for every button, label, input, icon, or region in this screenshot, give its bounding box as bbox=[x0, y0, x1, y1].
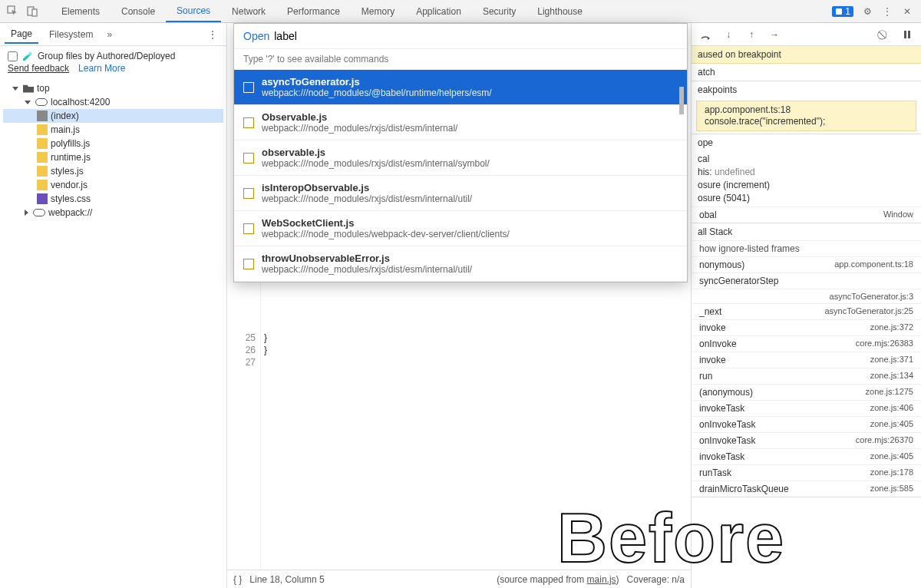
frame-location: core.mjs:26383 bbox=[856, 339, 913, 349]
tree-item[interactable]: vendor.js bbox=[3, 178, 223, 192]
kebab-icon[interactable]: ⋮ bbox=[881, 5, 893, 18]
tab-application[interactable]: Application bbox=[405, 0, 472, 22]
stack-frame[interactable]: asyncToGenerator.js:3 bbox=[692, 289, 921, 303]
step-into-icon[interactable]: ↑ bbox=[745, 28, 758, 41]
group-files-checkbox[interactable] bbox=[8, 51, 18, 61]
scope-global[interactable]: obalWindow bbox=[692, 206, 921, 223]
popup-item-path: webpack:///node_modules/@babel/runtime/h… bbox=[262, 88, 492, 98]
quick-open-input[interactable] bbox=[274, 30, 678, 42]
frame-function: invoke bbox=[699, 322, 726, 333]
close-icon[interactable]: ✕ bbox=[901, 5, 913, 18]
frame-location: zone.js:134 bbox=[870, 371, 913, 382]
frame-function: invokeTask bbox=[699, 403, 744, 414]
more-subtabs[interactable]: » bbox=[107, 29, 112, 40]
stack-frame[interactable]: invokeTaskzone.js:405 bbox=[692, 448, 921, 464]
popup-item[interactable]: isInteropObservable.jswebpack:///node_mo… bbox=[234, 176, 687, 211]
tab-security[interactable]: Security bbox=[472, 0, 527, 22]
tree-item[interactable]: polyfills.js bbox=[3, 137, 223, 150]
frame-location: zone.js:1275 bbox=[866, 387, 913, 398]
frame-function: invoke bbox=[699, 355, 726, 365]
source-map-link[interactable]: main.js bbox=[587, 574, 616, 585]
callstack-section[interactable]: all Stack bbox=[692, 223, 921, 240]
step-over-icon[interactable]: ↓ bbox=[722, 28, 734, 41]
chevron-down-icon bbox=[12, 87, 18, 91]
stack-frame[interactable]: nonymous)app.component.ts:18 bbox=[692, 256, 921, 273]
js-icon bbox=[37, 166, 48, 177]
show-ignored-frames[interactable]: how ignore-listed frames bbox=[692, 240, 921, 256]
popup-item[interactable]: observable.jswebpack:///node_modules/rxj… bbox=[234, 140, 687, 176]
learn-more-link[interactable]: Learn More bbox=[78, 63, 125, 74]
chevron-right-icon bbox=[25, 210, 28, 216]
js-icon bbox=[37, 138, 48, 149]
tree-item[interactable]: styles.js bbox=[3, 164, 223, 178]
popup-item[interactable]: Observable.jswebpack:///node_modules/rxj… bbox=[234, 105, 687, 140]
watch-section[interactable]: atch bbox=[692, 64, 921, 81]
tree-label: styles.css bbox=[51, 193, 91, 204]
filesystem-subtab[interactable]: Filesystem bbox=[43, 26, 99, 43]
stack-frame[interactable]: runzone.js:134 bbox=[692, 368, 921, 384]
stack-frame[interactable]: onInvokecore.mjs:26383 bbox=[692, 335, 921, 352]
frame-location: app.component.ts:18 bbox=[834, 259, 913, 270]
navigator-menu-icon[interactable]: ⋮ bbox=[203, 29, 222, 40]
breakpoint-item[interactable]: app.component.ts:18 console.trace("incre… bbox=[696, 101, 916, 131]
page-subtab[interactable]: Page bbox=[5, 25, 38, 44]
resume-icon[interactable] bbox=[699, 28, 711, 41]
deactivate-breakpoints-icon[interactable]: ⃠ bbox=[878, 28, 890, 41]
popup-item[interactable]: asyncToGenerator.jswebpack:///node_modul… bbox=[234, 70, 687, 105]
popup-item-name: isInteropObservable.js bbox=[262, 182, 472, 193]
code-lines: }} bbox=[264, 332, 267, 356]
popup-item-path: webpack:///node_modules/rxjs/dist/esm/in… bbox=[262, 123, 457, 134]
pretty-print-icon[interactable]: { } bbox=[233, 574, 242, 585]
scope-section[interactable]: ope bbox=[692, 134, 921, 151]
stack-frame[interactable]: onInvokeTaskcore.mjs:26370 bbox=[692, 432, 921, 448]
popup-item[interactable]: throwUnobservableError.jswebpack:///node… bbox=[234, 246, 687, 282]
pause-exceptions-icon[interactable] bbox=[901, 28, 913, 41]
stack-frame[interactable]: onInvokeTaskzone.js:405 bbox=[692, 416, 921, 432]
stack-frame[interactable]: invokeTaskzone.js:406 bbox=[692, 400, 921, 416]
tree-item[interactable]: (index) bbox=[3, 109, 223, 123]
tab-network[interactable]: Network bbox=[221, 0, 276, 22]
tree-item[interactable]: top bbox=[3, 81, 223, 95]
popup-scrollbar[interactable] bbox=[678, 84, 685, 323]
tab-lighthouse[interactable]: Lighthouse bbox=[527, 0, 593, 22]
send-feedback-link[interactable]: Send feedback bbox=[8, 63, 69, 74]
breakpoint-file: app.component.ts:18 bbox=[705, 104, 908, 116]
stack-frame[interactable]: syncGeneratorStep bbox=[692, 273, 921, 289]
status-bar: { } Line 18, Column 5 (source mapped fro… bbox=[227, 570, 691, 588]
frame-function: onInvoke bbox=[699, 339, 737, 349]
stack-frame[interactable]: invokezone.js:371 bbox=[692, 352, 921, 368]
tree-label: localhost:4200 bbox=[51, 97, 110, 107]
tree-item[interactable]: styles.css bbox=[3, 192, 223, 206]
js-icon bbox=[37, 180, 48, 190]
stack-frame[interactable]: (anonymous)zone.js:1275 bbox=[692, 384, 921, 400]
frame-location: zone.js:405 bbox=[870, 419, 913, 430]
panel-tabs: ElementsConsoleSourcesNetworkPerformance… bbox=[51, 0, 593, 22]
stack-frame[interactable]: _nextasyncToGenerator.js:25 bbox=[692, 303, 921, 319]
tab-sources[interactable]: Sources bbox=[166, 0, 221, 22]
inspect-icon[interactable] bbox=[6, 5, 18, 18]
breakpoints-section[interactable]: eakpoints bbox=[692, 81, 921, 98]
chevron-down-icon bbox=[25, 101, 31, 104]
file-icon bbox=[243, 188, 254, 199]
coverage-info: Coverage: n/a bbox=[627, 574, 685, 585]
stack-frame[interactable]: drainMicroTaskQueuezone.js:585 bbox=[692, 481, 921, 497]
tree-item[interactable]: main.js bbox=[3, 123, 223, 137]
stack-frame[interactable]: runTaskzone.js:178 bbox=[692, 464, 921, 481]
tab-memory[interactable]: Memory bbox=[351, 0, 405, 22]
popup-item-path: webpack:///node_modules/rxjs/dist/esm/in… bbox=[262, 158, 490, 169]
tree-item[interactable]: webpack:// bbox=[3, 206, 223, 220]
tree-item[interactable]: runtime.js bbox=[3, 150, 223, 164]
popup-item[interactable]: WebSocketClient.jswebpack:///node_module… bbox=[234, 211, 687, 246]
device-icon[interactable] bbox=[26, 5, 38, 18]
tree-item[interactable]: localhost:4200 bbox=[3, 95, 223, 109]
svg-rect-2 bbox=[32, 9, 37, 16]
stack-frame[interactable]: invokezone.js:372 bbox=[692, 319, 921, 335]
issues-badge[interactable]: 1 bbox=[832, 6, 853, 17]
tab-console[interactable]: Console bbox=[111, 0, 166, 22]
tab-performance[interactable]: Performance bbox=[276, 0, 351, 22]
gear-icon[interactable]: ⚙ bbox=[861, 5, 873, 18]
popup-results: asyncToGenerator.jswebpack:///node_modul… bbox=[234, 70, 687, 282]
tab-elements[interactable]: Elements bbox=[51, 0, 111, 22]
tree-label: main.js bbox=[51, 124, 80, 135]
step-out-icon[interactable]: → bbox=[768, 28, 781, 41]
